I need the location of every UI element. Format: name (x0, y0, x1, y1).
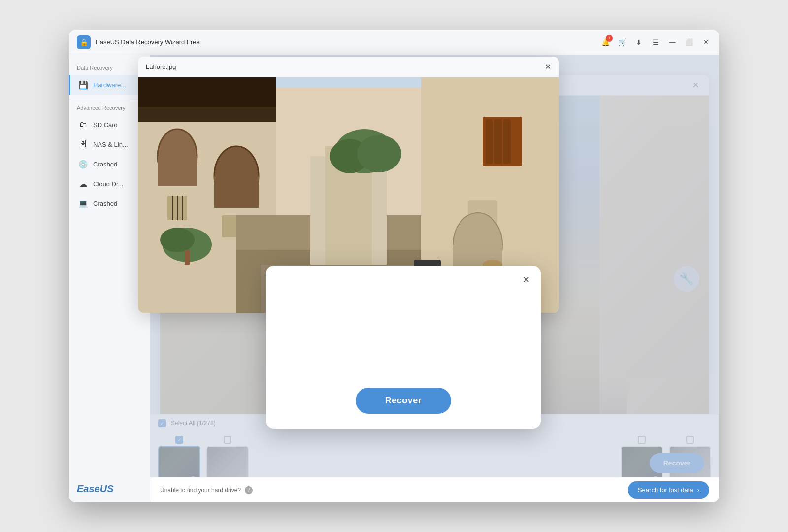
svg-rect-6 (158, 156, 197, 186)
hardware-icon: 💾 (78, 80, 88, 90)
svg-rect-19 (494, 119, 502, 164)
search-lost-data-button[interactable]: Search for lost data › (628, 481, 709, 499)
sidebar-item-label-crashed2: Crashed (93, 200, 117, 207)
sdcard-icon: 🗂 (78, 120, 88, 130)
easeus-logo: EaseUS (77, 483, 114, 495)
upgrade-recover-button[interactable]: Recover (356, 388, 452, 414)
sidebar-item-label-cloud: Cloud Dr... (93, 180, 123, 188)
upgrade-popup-header: ✕ (266, 266, 541, 287)
notification-badge: 1 (606, 35, 613, 42)
download-icon[interactable]: ⬇ (633, 37, 644, 48)
svg-rect-26 (185, 250, 190, 265)
upgrade-popup-close-button[interactable]: ✕ (519, 273, 533, 287)
svg-rect-10 (222, 215, 239, 237)
svg-rect-18 (486, 119, 493, 164)
svg-point-34 (357, 135, 401, 172)
app-title: EaseUS Data Recovery Wizard Free (96, 38, 200, 46)
upgrade-popup: ✕ Recover (266, 266, 541, 429)
svg-rect-4 (138, 107, 276, 122)
cart-icon[interactable]: 🛒 (617, 37, 627, 48)
sidebar-item-label-nas: NAS & Lin... (93, 141, 128, 148)
bottom-bar-hint: Unable to find your hard drive? ? (160, 486, 253, 494)
app-icon: 🔒 (77, 35, 91, 49)
maximize-button[interactable]: ⬜ (684, 37, 694, 48)
window-controls: 🔔 1 🛒 ⬇ ☰ — ⬜ ✕ (600, 37, 711, 48)
bottom-bar: Unable to find your hard drive? ? Search… (150, 477, 719, 502)
menu-icon[interactable]: ☰ (650, 37, 661, 48)
notification-icon[interactable]: 🔔 1 (600, 37, 611, 48)
sidebar-item-label-sdcard: SD Card (93, 121, 118, 129)
upgrade-popup-body (266, 287, 541, 388)
nas-icon: 🗄 (78, 139, 88, 149)
search-lost-btn-label: Search for lost data (638, 486, 693, 494)
minimize-button[interactable]: — (667, 37, 678, 48)
image-preview-popup-title: Lahore.jpg (146, 63, 176, 70)
svg-point-25 (160, 228, 195, 252)
crashed1-icon: 💿 (78, 159, 88, 169)
cloud-icon: ☁ (78, 179, 88, 189)
sidebar-item-label-crashed1: Crashed (93, 161, 117, 168)
close-button[interactable]: ✕ (700, 37, 711, 48)
crashed2-icon: 💻 (78, 199, 88, 208)
search-lost-btn-arrow: › (697, 486, 699, 494)
image-preview-popup-header: Lahore.jpg ✕ (138, 57, 559, 77)
hint-icon: ? (245, 486, 253, 494)
svg-rect-20 (503, 119, 511, 164)
hint-text: Unable to find your hard drive? (160, 487, 241, 494)
sidebar-item-label-hardware: Hardware... (93, 81, 126, 89)
image-preview-popup-close[interactable]: ✕ (545, 62, 551, 71)
svg-rect-8 (214, 176, 259, 208)
app-window: 🔒 EaseUS Data Recovery Wizard Free 🔔 1 🛒… (69, 30, 719, 502)
upgrade-popup-footer: Recover (266, 388, 541, 429)
title-bar: 🔒 EaseUS Data Recovery Wizard Free 🔔 1 🛒… (69, 30, 719, 55)
